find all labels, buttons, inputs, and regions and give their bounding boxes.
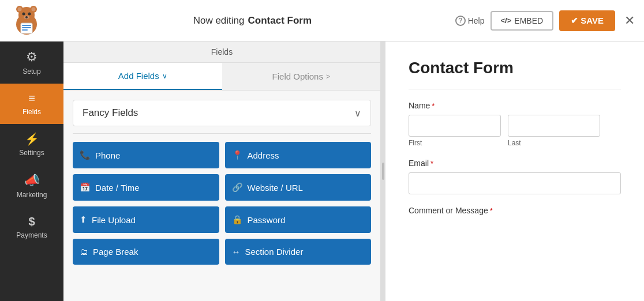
field-btn-password[interactable]: 🔒 Password — [225, 206, 372, 233]
tab-add-fields-label: Add Fields — [118, 71, 159, 81]
sidebar-item-label: Setup — [23, 67, 40, 76]
svg-point-5 — [32, 7, 36, 11]
svg-rect-13 — [22, 25, 31, 26]
svg-point-6 — [23, 12, 25, 15]
field-btn-website-url[interactable]: 🔗 Website / URL — [225, 174, 372, 201]
svg-rect-15 — [22, 29, 28, 31]
form-preview-title: Contact Form — [409, 59, 621, 77]
svg-point-7 — [28, 12, 31, 15]
field-btn-date-time[interactable]: 📅 Date / Time — [73, 174, 219, 201]
first-name-sublabel: First — [409, 139, 501, 147]
sidebar-item-label: Marketing — [17, 191, 47, 199]
panel-divider — [381, 42, 385, 301]
field-btn-file-upload-label: File Upload — [92, 215, 136, 225]
website-url-icon: 🔗 — [232, 182, 243, 193]
topbar: Now editing Contact Form ? Help </> EMBE… — [0, 0, 644, 42]
last-name-sublabel: Last — [508, 139, 600, 147]
sidebar-item-label: Fields — [23, 108, 41, 116]
comment-required-star: * — [490, 206, 493, 215]
close-button[interactable]: ✕ — [624, 13, 635, 28]
svg-rect-14 — [22, 27, 31, 28]
fancy-fields-label: Fancy Fields — [83, 107, 138, 119]
date-time-icon: 📅 — [80, 182, 91, 193]
field-btn-file-upload[interactable]: ⬆ File Upload — [73, 206, 219, 233]
email-required-star: * — [430, 159, 433, 168]
field-btn-address-label: Address — [248, 150, 279, 160]
fields-panel-header: Fields — [63, 42, 380, 63]
field-label-email: Email * — [409, 159, 621, 168]
field-group-email: Email * — [409, 159, 621, 194]
field-btn-phone-label: Phone — [95, 150, 120, 160]
name-required-star: * — [432, 101, 435, 110]
email-label-text: Email — [409, 159, 429, 168]
field-buttons-grid: 📞 Phone 📍 Address 📅 Date / Time 🔗 Websit… — [73, 142, 371, 265]
field-divider — [73, 133, 371, 134]
embed-label: EMBED — [514, 16, 543, 25]
app-logo — [9, 3, 44, 38]
field-label-comment: Comment or Message * — [409, 206, 621, 215]
field-btn-phone[interactable]: 📞 Phone — [73, 142, 219, 168]
settings-icon: ⚡ — [25, 132, 39, 146]
email-input[interactable] — [409, 172, 621, 194]
file-upload-icon: ⬆ — [80, 215, 87, 225]
section-divider-icon: ↔ — [232, 247, 241, 257]
save-label: ✔ SAVE — [571, 16, 604, 26]
fields-icon: ≡ — [28, 92, 35, 105]
topbar-center: Now editing Contact Form — [50, 15, 455, 27]
field-group-name: Name * First Last — [409, 101, 621, 147]
svg-point-4 — [18, 7, 22, 11]
close-icon: ✕ — [624, 13, 635, 28]
sidebar-item-fields[interactable]: ≡ Fields — [0, 84, 63, 124]
tab-add-fields-chevron: ∨ — [162, 72, 167, 80]
tab-field-options-label: Field Options — [272, 72, 323, 81]
field-btn-password-label: Password — [248, 215, 286, 225]
tab-field-options-chevron: > — [326, 73, 330, 81]
field-btn-section-divider[interactable]: ↔ Section Divider — [225, 239, 372, 265]
help-button[interactable]: ? Help — [455, 16, 485, 26]
embed-button[interactable]: </> EMBED — [491, 11, 554, 31]
sidebar-item-label: Payments — [16, 231, 47, 239]
fields-panel: Fields Add Fields ∨ Field Options > Fanc… — [63, 42, 381, 301]
marketing-icon: 📣 — [24, 173, 40, 188]
comment-label-text: Comment or Message — [409, 206, 488, 215]
sidebar-item-marketing[interactable]: 📣 Marketing — [0, 165, 63, 207]
form-preview: Contact Form Name * First Last — [385, 42, 644, 301]
sidebar: ⚙ Setup ≡ Fields ⚡ Settings 📣 Marketing … — [0, 42, 63, 301]
fields-scroll: Fancy Fields ∨ 📞 Phone 📍 Address 📅 Date … — [63, 91, 380, 301]
fancy-fields-header[interactable]: Fancy Fields ∨ — [73, 100, 371, 126]
help-icon: ? — [455, 16, 466, 26]
setup-icon: ⚙ — [26, 50, 38, 65]
editing-prefix: Now editing — [193, 15, 245, 27]
field-label-name: Name * — [409, 101, 621, 110]
field-btn-section-divider-label: Section Divider — [245, 247, 304, 257]
svg-point-9 — [25, 16, 28, 18]
last-name-wrap: Last — [508, 115, 600, 147]
field-btn-address[interactable]: 📍 Address — [225, 142, 372, 168]
first-name-input[interactable] — [409, 115, 501, 137]
save-button[interactable]: ✔ SAVE — [559, 10, 615, 31]
main-layout: ⚙ Setup ≡ Fields ⚡ Settings 📣 Marketing … — [0, 42, 644, 301]
fields-tabs: Add Fields ∨ Field Options > — [63, 63, 380, 91]
sidebar-item-settings[interactable]: ⚡ Settings — [0, 124, 63, 165]
help-label: Help — [468, 16, 485, 25]
address-icon: 📍 — [232, 150, 243, 160]
tab-field-options[interactable]: Field Options > — [222, 63, 381, 90]
first-name-wrap: First — [409, 115, 501, 147]
field-group-comment: Comment or Message * — [409, 206, 621, 215]
form-name: Contact Form — [248, 15, 312, 27]
fancy-fields-chevron: ∨ — [354, 108, 361, 119]
sidebar-item-setup[interactable]: ⚙ Setup — [0, 42, 63, 84]
form-divider — [409, 89, 621, 89]
sidebar-item-payments[interactable]: $ Payments — [0, 207, 63, 247]
password-icon: 🔒 — [232, 215, 243, 225]
field-btn-page-break-label: Page Break — [93, 247, 138, 257]
last-name-input[interactable] — [508, 115, 600, 137]
topbar-actions: ? Help </> EMBED ✔ SAVE ✕ — [455, 10, 635, 31]
page-break-icon: 🗂 — [80, 247, 88, 257]
field-btn-page-break[interactable]: 🗂 Page Break — [73, 239, 219, 265]
embed-icon: </> — [501, 16, 512, 25]
name-inputs: First Last — [409, 115, 621, 147]
fields-header-label: Fields — [211, 47, 233, 57]
phone-icon: 📞 — [80, 150, 91, 160]
tab-add-fields[interactable]: Add Fields ∨ — [63, 63, 222, 90]
